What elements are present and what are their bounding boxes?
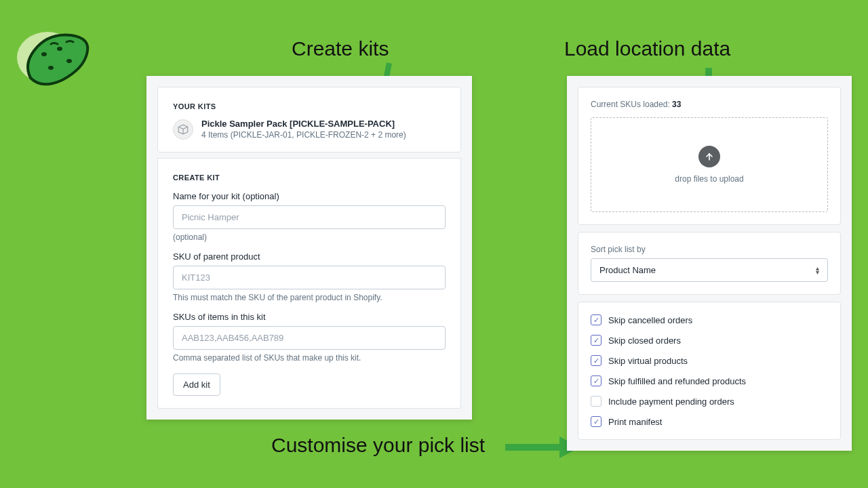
sort-label: Sort pick list by — [591, 245, 828, 254]
options-card: ✓Skip cancelled orders✓Skip closed order… — [578, 302, 841, 440]
checkbox-icon[interactable] — [591, 396, 601, 407]
create-kit-heading: CREATE KIT — [173, 174, 446, 182]
option-label: Skip fulfilled and refunded products — [608, 376, 746, 386]
skus-loaded-count: 33 — [672, 100, 681, 109]
parent-sku-help: This must match the SKU of the parent pr… — [173, 293, 446, 302]
option-label: Print manifest — [608, 417, 662, 427]
annotation-load-location: Load location data — [564, 37, 730, 60]
your-kits-heading: YOUR KITS — [173, 102, 446, 110]
item-skus-input[interactable] — [173, 326, 446, 350]
checkbox-icon[interactable]: ✓ — [591, 314, 601, 325]
svg-point-4 — [48, 66, 54, 70]
kit-title: Pickle Sampler Pack [PICKLE-SAMPLE-PACK] — [201, 119, 406, 129]
parent-sku-label: SKU of parent product — [173, 251, 446, 262]
select-caret-icon: ▴▾ — [816, 266, 819, 274]
package-icon — [173, 119, 193, 140]
option-row[interactable]: ✓Print manifest — [591, 416, 828, 427]
kits-panel: YOUR KITS Pickle Sampler Pack [PICKLE-SA… — [146, 76, 472, 420]
skus-loaded: Current SKUs loaded: 33 — [591, 100, 828, 109]
upload-icon — [698, 146, 720, 167]
option-label: Skip closed orders — [608, 336, 681, 346]
settings-panel: Current SKUs loaded: 33 drop files to up… — [567, 76, 852, 451]
pickle-logo — [14, 14, 95, 95]
sort-card: Sort pick list by Product Name ▴▾ — [578, 232, 841, 295]
item-skus-help: Comma separated list of SKUs that make u… — [173, 353, 446, 363]
svg-point-2 — [57, 47, 62, 51]
annotation-customise: Customise your pick list — [271, 434, 485, 457]
svg-point-3 — [66, 59, 72, 63]
checkbox-icon[interactable]: ✓ — [591, 416, 601, 427]
upload-card: Current SKUs loaded: 33 drop files to up… — [578, 87, 841, 225]
your-kits-card: YOUR KITS Pickle Sampler Pack [PICKLE-SA… — [157, 87, 461, 152]
dropzone-label: drop files to upload — [675, 174, 743, 184]
kit-name-input[interactable] — [173, 205, 446, 229]
checkbox-icon[interactable]: ✓ — [591, 375, 601, 386]
option-row[interactable]: ✓Skip virtual products — [591, 355, 828, 366]
skus-loaded-prefix: Current SKUs loaded: — [591, 100, 672, 109]
checkbox-icon[interactable]: ✓ — [591, 355, 601, 366]
option-row[interactable]: Include payment pending orders — [591, 396, 828, 407]
file-dropzone[interactable]: drop files to upload — [591, 117, 828, 212]
create-kit-card: CREATE KIT Name for your kit (optional) … — [157, 159, 461, 409]
add-kit-button[interactable]: Add kit — [173, 373, 220, 396]
sort-select-value: Product Name — [599, 265, 656, 275]
checkbox-icon[interactable]: ✓ — [591, 335, 601, 346]
kit-item[interactable]: Pickle Sampler Pack [PICKLE-SAMPLE-PACK]… — [173, 119, 446, 140]
sort-select[interactable]: Product Name ▴▾ — [591, 258, 828, 282]
option-label: Skip virtual products — [608, 356, 688, 366]
kit-name-label: Name for your kit (optional) — [173, 191, 446, 201]
option-label: Include payment pending orders — [608, 396, 734, 407]
kit-name-help: (optional) — [173, 232, 446, 242]
option-label: Skip cancelled orders — [608, 315, 692, 325]
option-row[interactable]: ✓Skip fulfilled and refunded products — [591, 375, 828, 386]
option-row[interactable]: ✓Skip cancelled orders — [591, 314, 828, 325]
item-skus-label: SKUs of items in this kit — [173, 312, 446, 322]
svg-point-1 — [41, 52, 47, 56]
option-row[interactable]: ✓Skip closed orders — [591, 335, 828, 346]
parent-sku-input[interactable] — [173, 266, 446, 289]
kit-subtitle: 4 Items (PICKLE-JAR-01, PICKLE-FROZEN-2 … — [201, 130, 406, 140]
